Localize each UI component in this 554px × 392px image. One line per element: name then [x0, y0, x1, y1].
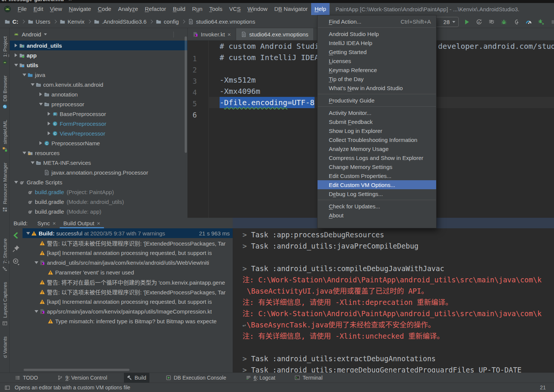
help-menu-item-licenses[interactable]: Licenses [318, 56, 436, 65]
tree-row[interactable]: javax.annotation.processing.Processor [10, 167, 187, 177]
toolwindow-button-todo[interactable]: TODO [12, 373, 41, 383]
help-menu-item-getting-started[interactable]: Getting Started [318, 47, 436, 56]
build-tree-row[interactable]: [kapt] Incremental annotation processing… [23, 248, 233, 258]
editor-tab-invoker-kt[interactable]: Invoker.kt× [188, 28, 236, 40]
toolwindow-button-db-execution-console[interactable]: DB Execution Console [163, 373, 229, 383]
stop-button[interactable] [549, 18, 554, 26]
build-tab-build-output[interactable]: Build Output× [60, 218, 104, 228]
menu-edit[interactable]: Edit [30, 3, 47, 15]
help-menu-item-collect-troubleshooting-information[interactable]: Collect Troubleshooting Information [318, 135, 436, 144]
help-menu-item-analyze-memory-usage[interactable]: Analyze Memory Usage [318, 144, 436, 153]
breadcrumb-item[interactable]: studio64.exe.vmoptions [188, 18, 255, 25]
tree-row[interactable]: Gradle Scripts [10, 177, 187, 187]
help-menu-item-check-for-updates[interactable]: Check for Updates... [318, 202, 436, 211]
project-view-selector[interactable]: Android [22, 31, 41, 38]
menu-run[interactable]: Run [189, 3, 206, 15]
debug-button[interactable] [500, 18, 508, 26]
filter-eye-button[interactable] [12, 258, 20, 266]
tree-row[interactable]: build.gradle(Project: PaintApp) [10, 187, 187, 197]
menu-vcs[interactable]: VCS [226, 3, 244, 15]
help-menu-item-submit-feedback[interactable]: Submit Feedback [318, 117, 436, 126]
tool-strip-button-7-structure[interactable]: 7: Structure [2, 238, 8, 271]
tree-row[interactable]: java [10, 70, 187, 80]
toolwindow-button-terminal[interactable]: Terminal [292, 373, 325, 383]
help-menu-item-change-memory-settings[interactable]: Change Memory Settings [318, 162, 436, 171]
help-menu-item-android-studio-help[interactable]: Android Studio Help [318, 29, 436, 38]
tool-strip-button-simpleuml[interactable]: simpleUML [2, 120, 8, 152]
toolwindow-button-build[interactable]: Build [124, 373, 149, 383]
help-menu-item-about[interactable]: About [318, 211, 436, 220]
build-tree-scrollbar[interactable] [24, 369, 129, 371]
help-menu-item-find-action[interactable]: Find Action...Ctrl+Shift+A [318, 17, 436, 26]
tree-row[interactable]: META-INF.services [10, 158, 187, 167]
menu-file[interactable]: File [14, 3, 30, 15]
profiler-button[interactable] [524, 18, 533, 26]
expanded-arrow-icon[interactable] [38, 103, 44, 106]
tree-row[interactable]: utils [10, 60, 187, 70]
tree-row[interactable]: CViewPreprocessor [10, 128, 187, 138]
collapsed-arrow-icon[interactable] [46, 131, 52, 135]
tree-row[interactable]: CFormPreprocessor [10, 119, 187, 128]
menu-code[interactable]: Code [95, 3, 115, 15]
toolwindow-button-6-logcat[interactable]: 6: Logcat [243, 373, 279, 383]
breadcrumb-item[interactable]: Kenvix [60, 18, 84, 25]
expanded-arrow-icon[interactable] [21, 74, 27, 76]
menu-refactor[interactable]: Refactor [142, 3, 170, 15]
collapsed-arrow-icon[interactable] [46, 112, 52, 116]
help-menu-item-compress-logs-and-show-in-explorer[interactable]: Compress Logs and Show in Explorer [318, 153, 436, 162]
attach-debugger-button[interactable] [537, 18, 545, 26]
build-tree-row[interactable]: Parameter 'event' is never used [23, 267, 233, 277]
close-icon[interactable]: × [69, 0, 72, 2]
tree-row[interactable]: android_utils [10, 41, 187, 50]
collapsed-arrow-icon[interactable] [13, 53, 19, 57]
tool-strip-button-layout-captures[interactable]: Layout Captures [2, 282, 8, 326]
help-menu-item-productivity-guide[interactable]: Productivity Guide [318, 96, 436, 105]
run-button[interactable] [462, 18, 471, 26]
rerun-button[interactable] [12, 231, 20, 240]
expanded-arrow-icon[interactable] [13, 181, 19, 184]
breadcrumb-item[interactable]: config [156, 18, 179, 25]
collapsed-arrow-icon[interactable] [38, 92, 44, 96]
tree-row[interactable]: build.gradle(Module: android_utils) [10, 197, 187, 207]
expanded-arrow-icon[interactable] [21, 152, 27, 154]
tool-strip-button-1-project[interactable]: 1: Project [2, 36, 8, 65]
close-icon[interactable]: × [53, 220, 56, 226]
menu-db-navigator[interactable]: DB Navigator [271, 3, 311, 15]
run-config-combo[interactable]: 28 [434, 17, 459, 27]
build-tree-row[interactable]: Build: successful at 2020/3/5 9:37 with … [23, 228, 233, 238]
breadcrumb-item[interactable]: .AndroidStudio3.6 [94, 18, 146, 25]
build-tree-row[interactable]: 警告: 将不对在最后一个循环中创建的类型为 'com.kenvix.painta… [23, 277, 233, 287]
apply-changes-button[interactable]: A [475, 18, 483, 26]
toolwindow-button-9-version-control[interactable]: 9: Version Control [54, 373, 110, 383]
project-scrollbar[interactable] [185, 36, 187, 153]
toolwindow-toggle-icon[interactable] [5, 385, 10, 390]
build-tree-row[interactable]: 警告: 以下选项未被任何处理程序识别: '[ExtendedProcessPac… [23, 238, 233, 248]
help-menu-item-show-log-in-explorer[interactable]: Show Log in Explorer [318, 126, 436, 135]
close-icon[interactable]: × [227, 31, 231, 38]
tree-row[interactable]: (C)BasePreprocessor [10, 109, 187, 119]
breadcrumb-item[interactable]: Users [28, 18, 50, 25]
editor-tab-studio64-exe-vmoptions[interactable]: studio64.exe.vmoptions [236, 28, 314, 40]
build-tree-row[interactable]: android_utils/src/main/java/com/kenvix/a… [23, 258, 233, 267]
expanded-arrow-icon[interactable] [29, 83, 36, 86]
collapsed-arrow-icon[interactable] [38, 141, 44, 145]
build-tree-row[interactable]: app/src/main/java/com/kenvix/paintapp/ut… [23, 306, 233, 316]
build-tree-row[interactable]: [kapt] Incremental annotation processing… [23, 297, 233, 306]
expanded-arrow-icon[interactable] [33, 310, 39, 313]
expanded-arrow-icon[interactable] [25, 232, 31, 235]
chevron-down-icon[interactable] [44, 33, 47, 35]
tool-strip-button-resource-manager[interactable]: Resource Manager [2, 163, 8, 212]
tool-strip-button-db-browser[interactable]: DB Browser [2, 75, 8, 109]
expanded-arrow-icon[interactable] [29, 161, 36, 164]
tree-row[interactable]: preprocessor [10, 99, 187, 109]
menu-navigate[interactable]: Navigate [65, 3, 94, 15]
expanded-arrow-icon[interactable] [13, 64, 19, 66]
pin-button[interactable] [12, 244, 20, 253]
menu-analyze[interactable]: Analyze [114, 3, 141, 15]
tree-row[interactable]: com.kenvix.utils.android [10, 80, 187, 89]
menu-view[interactable]: View [47, 3, 65, 15]
collapsed-arrow-icon[interactable] [46, 122, 52, 125]
build-tree-row[interactable]: 警告: 以下选项未被任何处理程序识别: '[ExtendedProcessPac… [23, 287, 233, 297]
build-tab-sync[interactable]: Sync× [34, 218, 60, 228]
tree-row[interactable]: annotation [10, 89, 187, 99]
